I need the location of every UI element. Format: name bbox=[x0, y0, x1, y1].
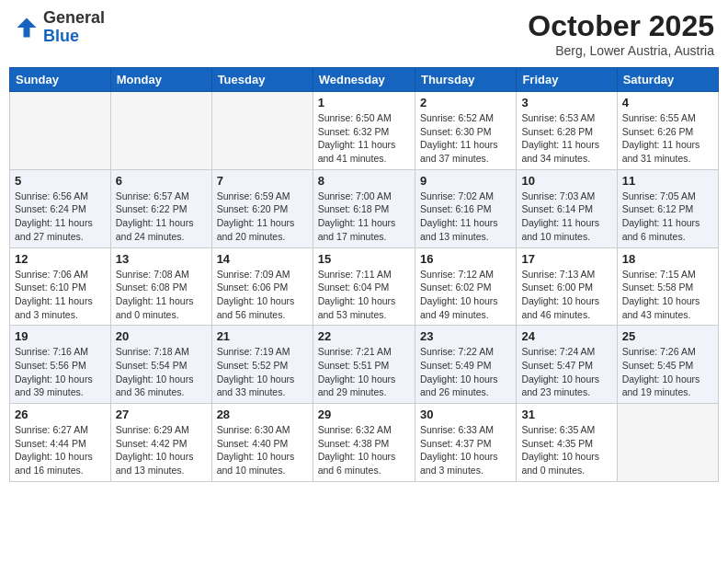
calendar-day-cell: 12Sunrise: 7:06 AM Sunset: 6:10 PM Dayli… bbox=[10, 247, 111, 326]
day-number: 12 bbox=[15, 252, 106, 266]
calendar-weekday-thursday: Thursday bbox=[415, 68, 516, 92]
calendar-day-cell: 13Sunrise: 7:08 AM Sunset: 6:08 PM Dayli… bbox=[110, 247, 211, 326]
calendar-week-row: 5Sunrise: 6:56 AM Sunset: 6:24 PM Daylig… bbox=[10, 169, 719, 247]
day-number: 19 bbox=[15, 329, 106, 343]
calendar-day-cell: 16Sunrise: 7:12 AM Sunset: 6:02 PM Dayli… bbox=[415, 247, 516, 326]
day-number: 5 bbox=[15, 174, 106, 188]
day-number: 9 bbox=[420, 174, 511, 188]
calendar-day-cell: 3Sunrise: 6:53 AM Sunset: 6:28 PM Daylig… bbox=[517, 92, 617, 170]
day-info: Sunrise: 7:26 AM Sunset: 5:45 PM Dayligh… bbox=[622, 345, 713, 399]
logo: General Blue bbox=[14, 9, 105, 46]
calendar-day-cell: 28Sunrise: 6:30 AM Sunset: 4:40 PM Dayli… bbox=[211, 404, 313, 482]
day-number: 20 bbox=[116, 329, 207, 343]
day-info: Sunrise: 7:21 AM Sunset: 5:51 PM Dayligh… bbox=[318, 345, 410, 399]
day-info: Sunrise: 7:09 AM Sunset: 6:06 PM Dayligh… bbox=[217, 268, 308, 322]
calendar-day-cell: 6Sunrise: 6:57 AM Sunset: 6:22 PM Daylig… bbox=[110, 169, 211, 247]
day-info: Sunrise: 6:56 AM Sunset: 6:24 PM Dayligh… bbox=[15, 190, 106, 244]
calendar-day-cell: 24Sunrise: 7:24 AM Sunset: 5:47 PM Dayli… bbox=[517, 326, 617, 404]
day-info: Sunrise: 7:06 AM Sunset: 6:10 PM Dayligh… bbox=[15, 268, 106, 322]
calendar-day-cell bbox=[617, 404, 718, 482]
calendar-day-cell: 8Sunrise: 7:00 AM Sunset: 6:18 PM Daylig… bbox=[313, 169, 415, 247]
logo-blue-text: Blue bbox=[43, 27, 79, 45]
calendar-day-cell bbox=[10, 92, 111, 170]
calendar-week-row: 1Sunrise: 6:50 AM Sunset: 6:32 PM Daylig… bbox=[10, 92, 719, 170]
day-number: 17 bbox=[521, 252, 611, 266]
day-number: 30 bbox=[420, 408, 511, 421]
day-info: Sunrise: 7:02 AM Sunset: 6:16 PM Dayligh… bbox=[420, 190, 511, 244]
day-number: 27 bbox=[116, 408, 207, 421]
day-info: Sunrise: 6:52 AM Sunset: 6:30 PM Dayligh… bbox=[420, 111, 511, 166]
calendar-day-cell bbox=[110, 92, 211, 170]
day-info: Sunrise: 7:22 AM Sunset: 5:49 PM Dayligh… bbox=[420, 345, 511, 399]
calendar-weekday-wednesday: Wednesday bbox=[313, 68, 415, 92]
calendar-week-row: 12Sunrise: 7:06 AM Sunset: 6:10 PM Dayli… bbox=[10, 247, 719, 326]
calendar-day-cell: 2Sunrise: 6:52 AM Sunset: 6:30 PM Daylig… bbox=[415, 92, 516, 170]
day-number: 14 bbox=[217, 252, 308, 266]
svg-marker-0 bbox=[17, 17, 37, 37]
day-info: Sunrise: 7:16 AM Sunset: 5:56 PM Dayligh… bbox=[15, 345, 106, 399]
day-number: 3 bbox=[521, 96, 611, 109]
calendar-day-cell: 25Sunrise: 7:26 AM Sunset: 5:45 PM Dayli… bbox=[617, 326, 718, 404]
calendar-day-cell: 9Sunrise: 7:02 AM Sunset: 6:16 PM Daylig… bbox=[415, 169, 516, 247]
day-number: 21 bbox=[217, 329, 308, 343]
day-number: 28 bbox=[217, 408, 308, 421]
calendar-day-cell: 19Sunrise: 7:16 AM Sunset: 5:56 PM Dayli… bbox=[10, 326, 111, 404]
calendar-weekday-tuesday: Tuesday bbox=[211, 68, 313, 92]
logo-icon bbox=[14, 15, 40, 40]
day-info: Sunrise: 7:11 AM Sunset: 6:04 PM Dayligh… bbox=[318, 268, 410, 322]
location-subtitle: Berg, Lower Austria, Austria bbox=[528, 43, 714, 58]
day-info: Sunrise: 6:55 AM Sunset: 6:26 PM Dayligh… bbox=[622, 111, 713, 166]
day-number: 24 bbox=[521, 329, 611, 343]
calendar-day-cell: 1Sunrise: 6:50 AM Sunset: 6:32 PM Daylig… bbox=[313, 92, 415, 170]
calendar-day-cell: 27Sunrise: 6:29 AM Sunset: 4:42 PM Dayli… bbox=[110, 404, 211, 482]
day-number: 29 bbox=[318, 408, 410, 421]
calendar-day-cell: 7Sunrise: 6:59 AM Sunset: 6:20 PM Daylig… bbox=[211, 169, 313, 247]
day-info: Sunrise: 6:27 AM Sunset: 4:44 PM Dayligh… bbox=[15, 423, 106, 477]
day-number: 16 bbox=[420, 252, 511, 266]
day-info: Sunrise: 7:08 AM Sunset: 6:08 PM Dayligh… bbox=[116, 268, 207, 322]
day-number: 2 bbox=[420, 96, 511, 109]
calendar-day-cell: 14Sunrise: 7:09 AM Sunset: 6:06 PM Dayli… bbox=[211, 247, 313, 326]
day-info: Sunrise: 6:30 AM Sunset: 4:40 PM Dayligh… bbox=[217, 423, 308, 477]
day-info: Sunrise: 6:32 AM Sunset: 4:38 PM Dayligh… bbox=[318, 423, 410, 477]
title-block: October 2025 Berg, Lower Austria, Austri… bbox=[528, 9, 714, 58]
day-number: 18 bbox=[622, 252, 713, 266]
logo-text: General Blue bbox=[43, 9, 105, 46]
day-number: 11 bbox=[622, 174, 713, 188]
day-number: 31 bbox=[521, 408, 611, 421]
page-header: General Blue October 2025 Berg, Lower Au… bbox=[9, 9, 719, 58]
calendar-day-cell: 29Sunrise: 6:32 AM Sunset: 4:38 PM Dayli… bbox=[313, 404, 415, 482]
day-info: Sunrise: 7:15 AM Sunset: 5:58 PM Dayligh… bbox=[622, 268, 713, 322]
day-number: 26 bbox=[15, 408, 106, 421]
calendar-day-cell: 31Sunrise: 6:35 AM Sunset: 4:35 PM Dayli… bbox=[517, 404, 617, 482]
day-info: Sunrise: 6:50 AM Sunset: 6:32 PM Dayligh… bbox=[318, 111, 410, 166]
day-info: Sunrise: 7:13 AM Sunset: 6:00 PM Dayligh… bbox=[521, 268, 611, 322]
day-number: 13 bbox=[116, 252, 207, 266]
day-number: 22 bbox=[318, 329, 410, 343]
calendar-day-cell: 21Sunrise: 7:19 AM Sunset: 5:52 PM Dayli… bbox=[211, 326, 313, 404]
logo-general-text: General bbox=[43, 8, 105, 27]
calendar-day-cell: 15Sunrise: 7:11 AM Sunset: 6:04 PM Dayli… bbox=[313, 247, 415, 326]
calendar-week-row: 19Sunrise: 7:16 AM Sunset: 5:56 PM Dayli… bbox=[10, 326, 719, 404]
calendar-day-cell: 23Sunrise: 7:22 AM Sunset: 5:49 PM Dayli… bbox=[415, 326, 516, 404]
calendar-day-cell: 26Sunrise: 6:27 AM Sunset: 4:44 PM Dayli… bbox=[10, 404, 111, 482]
day-number: 10 bbox=[521, 174, 611, 188]
month-title: October 2025 bbox=[528, 9, 714, 43]
calendar-day-cell: 17Sunrise: 7:13 AM Sunset: 6:00 PM Dayli… bbox=[517, 247, 617, 326]
day-number: 7 bbox=[217, 174, 308, 188]
calendar-day-cell: 20Sunrise: 7:18 AM Sunset: 5:54 PM Dayli… bbox=[110, 326, 211, 404]
day-info: Sunrise: 7:05 AM Sunset: 6:12 PM Dayligh… bbox=[622, 190, 713, 244]
calendar-day-cell: 22Sunrise: 7:21 AM Sunset: 5:51 PM Dayli… bbox=[313, 326, 415, 404]
calendar-weekday-sunday: Sunday bbox=[10, 68, 111, 92]
day-number: 6 bbox=[116, 174, 207, 188]
calendar-day-cell: 4Sunrise: 6:55 AM Sunset: 6:26 PM Daylig… bbox=[617, 92, 718, 170]
day-info: Sunrise: 7:03 AM Sunset: 6:14 PM Dayligh… bbox=[521, 190, 611, 244]
day-number: 4 bbox=[622, 96, 713, 109]
calendar-day-cell bbox=[211, 92, 313, 170]
calendar-day-cell: 18Sunrise: 7:15 AM Sunset: 5:58 PM Dayli… bbox=[617, 247, 718, 326]
calendar-week-row: 26Sunrise: 6:27 AM Sunset: 4:44 PM Dayli… bbox=[10, 404, 719, 482]
day-info: Sunrise: 6:53 AM Sunset: 6:28 PM Dayligh… bbox=[521, 111, 611, 166]
calendar-weekday-saturday: Saturday bbox=[617, 68, 718, 92]
calendar-weekday-monday: Monday bbox=[110, 68, 211, 92]
day-info: Sunrise: 6:59 AM Sunset: 6:20 PM Dayligh… bbox=[217, 190, 308, 244]
